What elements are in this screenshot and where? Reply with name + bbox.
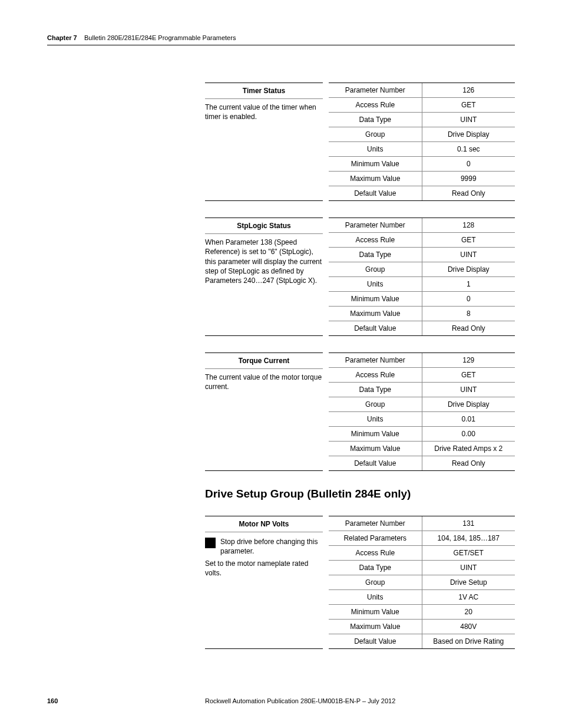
table-row: Parameter Number131	[329, 516, 515, 531]
table-row: Data TypeUINT	[329, 248, 515, 262]
param-left: Motor NP Volts Stop drive before changin…	[205, 516, 329, 649]
content-area: Timer Status The current value of the ti…	[205, 83, 515, 666]
table-row: Maximum Value9999	[329, 172, 515, 186]
param-block-timer-status: Timer Status The current value of the ti…	[205, 83, 515, 201]
param-title: Torque Current	[205, 353, 323, 369]
param-block-torque-current: Torque Current The current value of the …	[205, 353, 515, 471]
param-table: Parameter Number129 Access RuleGET Data …	[329, 353, 515, 471]
table-row: Units1	[329, 277, 515, 292]
table-row: Data TypeUINT	[329, 383, 515, 397]
table-row: Minimum Value20	[329, 605, 515, 620]
table-row: Units0.01	[329, 412, 515, 427]
table-row: Default ValueRead Only	[329, 321, 515, 336]
stop-note: Stop drive before changing this paramete…	[205, 537, 323, 556]
param-block-stplogic-status: StpLogic Status When Parameter 138 (Spee…	[205, 218, 515, 336]
table-row: Minimum Value0.00	[329, 427, 515, 442]
param-desc: When Parameter 138 (Speed Reference) is …	[205, 234, 323, 285]
section-heading: Drive Setup Group (Bulletin 284E only)	[205, 487, 515, 500]
param-table: Parameter Number131 Related Parameters10…	[329, 516, 515, 649]
param-block-motor-np-volts: Motor NP Volts Stop drive before changin…	[205, 516, 515, 649]
param-desc: Set to the motor nameplate rated volts.	[205, 556, 323, 578]
param-desc: The current value of the timer when time…	[205, 99, 323, 121]
table-row: Default ValueRead Only	[329, 186, 515, 201]
table-row: Minimum Value0	[329, 292, 515, 307]
table-row: Access RuleGET/SET	[329, 546, 515, 561]
table-row: Maximum Value8	[329, 307, 515, 321]
table-row: Parameter Number129	[329, 353, 515, 368]
page-header: Chapter 7 Bulletin 280E/281E/284E Progra…	[47, 34, 515, 45]
table-row: Access RuleGET	[329, 368, 515, 383]
table-row: GroupDrive Display	[329, 397, 515, 412]
param-title: Motor NP Volts	[205, 516, 323, 532]
param-left: Torque Current The current value of the …	[205, 353, 329, 471]
table-row: Parameter Number126	[329, 83, 515, 98]
table-row: Access RuleGET	[329, 98, 515, 113]
page-footer: 160 Rockwell Automation Publication 280E…	[47, 697, 515, 704]
table-row: Units1V AC	[329, 590, 515, 605]
table-row: Maximum ValueDrive Rated Amps x 2	[329, 442, 515, 456]
table-row: GroupDrive Display	[329, 262, 515, 277]
header-title: Bulletin 280E/281E/284E Programmable Par…	[84, 34, 236, 41]
table-row: GroupDrive Display	[329, 127, 515, 142]
param-title: StpLogic Status	[205, 218, 323, 234]
param-table: Parameter Number126 Access RuleGET Data …	[329, 83, 515, 201]
stop-icon	[205, 538, 216, 548]
param-title: Timer Status	[205, 83, 323, 99]
param-desc: The current value of the motor torque cu…	[205, 369, 323, 391]
table-row: Minimum Value0	[329, 157, 515, 172]
table-row: Data TypeUINT	[329, 113, 515, 127]
table-row: Parameter Number128	[329, 218, 515, 233]
stop-note-text: Stop drive before changing this paramete…	[220, 537, 323, 556]
table-row: Data TypeUINT	[329, 561, 515, 575]
table-row: Access RuleGET	[329, 233, 515, 248]
table-row: Default ValueRead Only	[329, 456, 515, 471]
param-left: Timer Status The current value of the ti…	[205, 83, 329, 201]
table-row: Maximum Value480V	[329, 620, 515, 634]
page-number: 160	[47, 697, 205, 704]
table-row: Units0.1 sec	[329, 142, 515, 157]
table-row: Default ValueBased on Drive Rating	[329, 634, 515, 649]
param-table: Parameter Number128 Access RuleGET Data …	[329, 218, 515, 336]
table-row: Related Parameters104, 184, 185…187	[329, 531, 515, 546]
table-row: GroupDrive Setup	[329, 575, 515, 590]
publication-info: Rockwell Automation Publication 280E-UM0…	[205, 697, 515, 704]
param-left: StpLogic Status When Parameter 138 (Spee…	[205, 218, 329, 336]
chapter-label: Chapter 7	[47, 34, 77, 41]
